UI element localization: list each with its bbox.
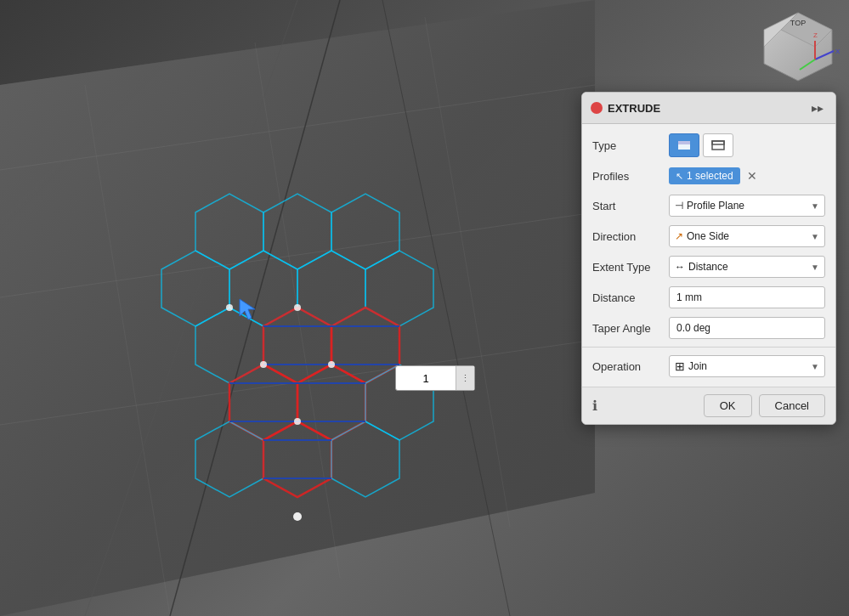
extent-type-row: Extent Type ↔ Distance ▼ bbox=[582, 251, 835, 282]
operation-icon: ⊞ bbox=[675, 359, 685, 373]
extent-type-dropdown-arrow: ▼ bbox=[811, 263, 819, 272]
distance-label: Distance bbox=[592, 291, 669, 304]
svg-rect-54 bbox=[678, 141, 690, 144]
start-dropdown-label: ⊣ Profile Plane bbox=[675, 200, 744, 212]
direction-dropdown-label: ↗ One Side bbox=[675, 230, 729, 242]
panel-footer: ℹ OK Cancel bbox=[582, 387, 835, 424]
taper-angle-input[interactable]: 0.0 deg bbox=[669, 317, 825, 339]
extrude-panel: EXTRUDE ▸▸ Type bbox=[581, 92, 836, 425]
direction-dropdown-arrow: ▼ bbox=[811, 232, 819, 241]
svg-text:TOP: TOP bbox=[790, 19, 806, 27]
extent-type-dropdown-label: ↔ Distance bbox=[675, 261, 728, 273]
start-label: Start bbox=[592, 200, 669, 212]
dimension-input-overlay[interactable]: 1 ⋮ bbox=[395, 365, 475, 391]
distance-control: 1 mm bbox=[669, 286, 825, 308]
svg-point-38 bbox=[294, 304, 301, 311]
extent-icon: ↔ bbox=[675, 261, 685, 273]
distance-row: Distance 1 mm bbox=[582, 282, 835, 313]
panel-divider bbox=[582, 347, 835, 348]
dimension-options-button[interactable]: ⋮ bbox=[456, 366, 474, 390]
operation-dropdown-arrow: ▼ bbox=[811, 362, 819, 371]
operation-control: ⊞ Join ▼ bbox=[669, 355, 825, 377]
nav-cube[interactable]: TOP X Z bbox=[756, 8, 841, 85]
footer-buttons: OK Cancel bbox=[704, 394, 825, 417]
svg-marker-43 bbox=[240, 299, 255, 319]
cancel-button[interactable]: Cancel bbox=[759, 394, 825, 417]
profiles-label: Profiles bbox=[592, 170, 669, 183]
info-button[interactable]: ℹ bbox=[592, 398, 597, 414]
stop-icon bbox=[591, 102, 603, 114]
svg-rect-56 bbox=[712, 141, 724, 144]
distance-input[interactable]: 1 mm bbox=[669, 286, 825, 308]
ok-button[interactable]: OK bbox=[704, 394, 752, 417]
svg-point-41 bbox=[294, 418, 301, 425]
direction-row: Direction ↗ One Side ▼ bbox=[582, 221, 835, 251]
profiles-row: Profiles ↖ 1 selected ✕ bbox=[582, 161, 835, 190]
cursor-arrow bbox=[238, 297, 263, 323]
taper-angle-label: Taper Angle bbox=[592, 322, 669, 335]
svg-point-40 bbox=[328, 361, 335, 368]
start-dropdown[interactable]: ⊣ Profile Plane ▼ bbox=[669, 195, 825, 217]
panel-body: Type Profiles bbox=[582, 124, 835, 387]
start-control: ⊣ Profile Plane ▼ bbox=[669, 195, 825, 217]
direction-label: Direction bbox=[592, 230, 669, 243]
operation-dropdown-label: ⊞ Join bbox=[675, 359, 707, 373]
start-icon: ⊣ bbox=[675, 200, 683, 212]
type-label: Type bbox=[592, 139, 669, 152]
svg-point-42 bbox=[293, 512, 302, 521]
taper-angle-control: 0.0 deg bbox=[669, 317, 825, 339]
start-dropdown-arrow: ▼ bbox=[811, 201, 819, 211]
panel-title: EXTRUDE bbox=[608, 102, 660, 115]
cursor-small-icon: ↖ bbox=[676, 171, 683, 182]
profiles-clear-button[interactable]: ✕ bbox=[744, 167, 761, 184]
type-row: Type bbox=[582, 129, 835, 161]
panel-header-left: EXTRUDE bbox=[591, 102, 660, 115]
panel-menu-button[interactable]: ▸▸ bbox=[808, 99, 827, 116]
dimension-input[interactable]: 1 bbox=[396, 372, 456, 385]
taper-angle-row: Taper Angle 0.0 deg bbox=[582, 313, 835, 343]
svg-point-39 bbox=[260, 361, 267, 368]
operation-row: Operation ⊞ Join ▼ bbox=[582, 351, 835, 381]
extent-type-label: Extent Type bbox=[592, 261, 669, 274]
direction-dropdown[interactable]: ↗ One Side ▼ bbox=[669, 225, 825, 247]
type-button-surface[interactable] bbox=[703, 133, 733, 157]
operation-dropdown[interactable]: ⊞ Join ▼ bbox=[669, 355, 825, 377]
svg-text:Z: Z bbox=[813, 31, 818, 39]
panel-header: EXTRUDE ▸▸ bbox=[582, 93, 835, 124]
operation-label: Operation bbox=[592, 360, 669, 373]
direction-icon: ↗ bbox=[675, 230, 683, 242]
type-control bbox=[669, 133, 825, 157]
profiles-selected-badge[interactable]: ↖ 1 selected bbox=[669, 167, 740, 184]
svg-text:X: X bbox=[835, 48, 841, 55]
extent-type-dropdown[interactable]: ↔ Distance ▼ bbox=[669, 256, 825, 278]
type-button-solid[interactable] bbox=[669, 133, 699, 157]
direction-control: ↗ One Side ▼ bbox=[669, 225, 825, 247]
profiles-selected-text: 1 selected bbox=[687, 170, 733, 182]
svg-point-37 bbox=[226, 304, 233, 311]
extent-type-control: ↔ Distance ▼ bbox=[669, 256, 825, 278]
profiles-control: ↖ 1 selected ✕ bbox=[669, 167, 825, 184]
svg-rect-55 bbox=[712, 141, 724, 150]
start-row: Start ⊣ Profile Plane ▼ bbox=[582, 190, 835, 221]
